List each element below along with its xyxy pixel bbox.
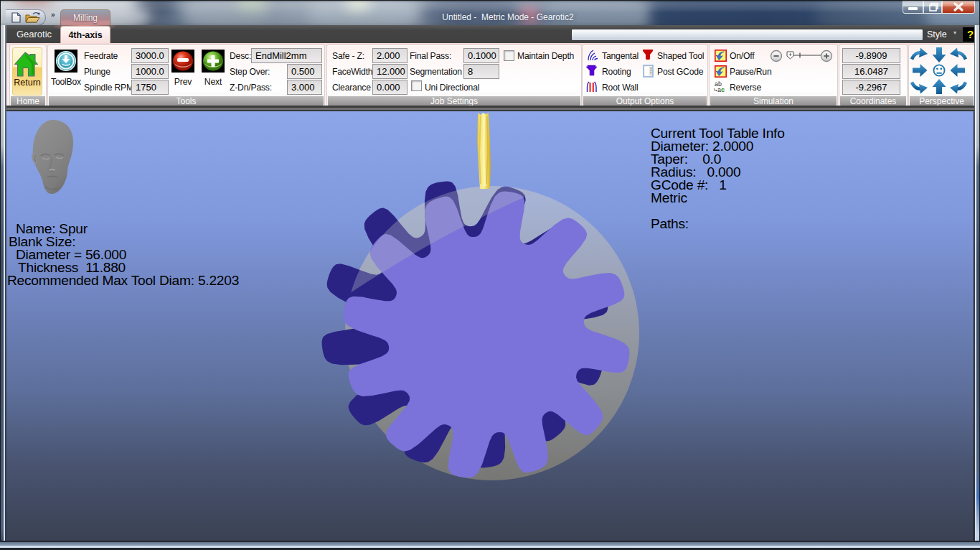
svg-text:c: c (721, 86, 725, 93)
